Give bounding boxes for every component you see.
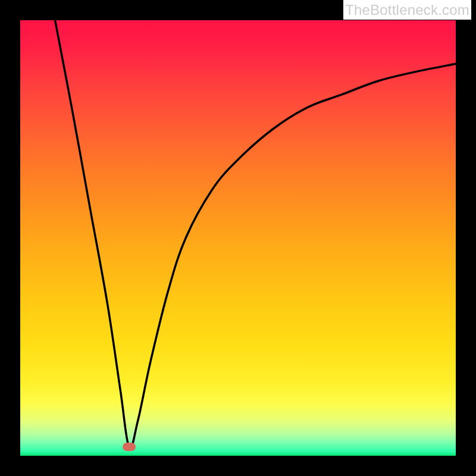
watermark-label: TheBottleneck.com [343,0,471,20]
bottleneck-curve [20,20,456,456]
minimum-marker [123,443,136,451]
chart-frame: TheBottleneck.com [0,0,476,476]
plot-area [20,20,456,456]
